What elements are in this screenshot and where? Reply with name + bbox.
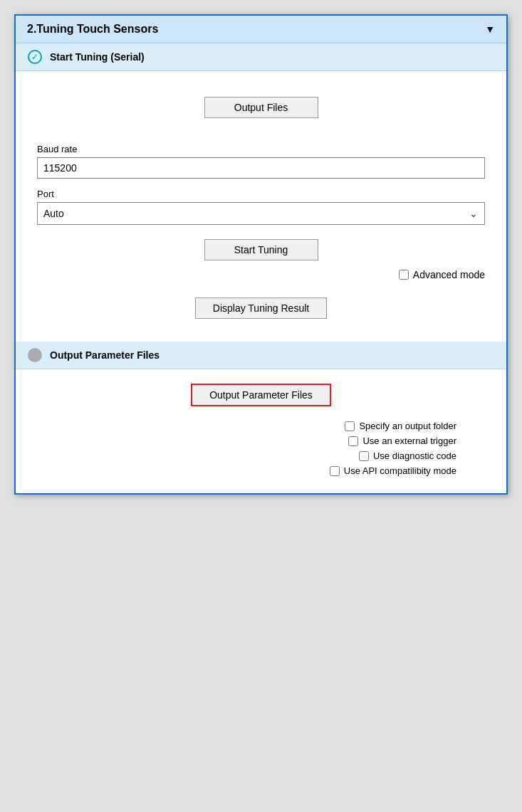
port-select-wrapper: Auto COM1 COM2 COM3 COM4 ⌄: [37, 202, 485, 225]
specify-output-folder-label: Specify an output folder: [359, 421, 456, 431]
output-param-content-area: Output Parameter Files Specify an output…: [16, 369, 506, 493]
api-compat-checkbox[interactable]: [330, 466, 340, 476]
output-param-subsection-title: Output Parameter Files: [50, 349, 160, 361]
main-section-header: 2.Tuning Touch Sensors ▼: [16, 16, 506, 43]
diagnostic-code-checkbox[interactable]: [359, 451, 369, 461]
output-parameter-files-button[interactable]: Output Parameter Files: [191, 384, 331, 406]
tuning-subsection-header: ✓ Start Tuning (Serial): [16, 43, 506, 71]
port-field-group: Port Auto COM1 COM2 COM3 COM4 ⌄: [37, 189, 485, 225]
start-tuning-button[interactable]: Start Tuning: [204, 239, 318, 260]
api-compat-label: Use API compatilibity mode: [344, 465, 456, 476]
port-select[interactable]: Auto COM1 COM2 COM3 COM4: [37, 202, 485, 225]
advanced-mode-checkbox[interactable]: [399, 270, 409, 280]
gray-circle-icon: [27, 347, 43, 363]
output-param-subsection-header: Output Parameter Files: [16, 342, 506, 369]
tuning-content-area: Output Files Baud rate Port Auto COM1 CO…: [16, 71, 506, 342]
checkbox-item-diagnostic-code[interactable]: Use diagnostic code: [359, 450, 456, 461]
dropdown-arrow-icon[interactable]: ▼: [485, 23, 495, 35]
output-files-button[interactable]: Output Files: [204, 97, 318, 118]
external-trigger-label: Use an external trigger: [362, 436, 456, 446]
check-circle-icon: ✓: [27, 49, 43, 65]
advanced-mode-text: Advanced mode: [413, 269, 485, 280]
baud-rate-input[interactable]: [37, 157, 485, 179]
baud-rate-label: Baud rate: [37, 144, 485, 154]
diagnostic-code-label: Use diagnostic code: [373, 450, 456, 461]
tuning-subsection-title: Start Tuning (Serial): [50, 51, 145, 63]
output-files-btn-row: Output Files: [37, 97, 485, 118]
checkbox-item-specify-output-folder[interactable]: Specify an output folder: [345, 421, 456, 431]
advanced-mode-label[interactable]: Advanced mode: [399, 269, 485, 280]
display-tuning-result-button[interactable]: Display Tuning Result: [195, 297, 327, 319]
port-label: Port: [37, 189, 485, 199]
display-result-btn-row: Display Tuning Result: [37, 297, 485, 319]
checkbox-item-api-compat[interactable]: Use API compatilibity mode: [330, 465, 456, 476]
advanced-mode-row: Advanced mode: [37, 269, 485, 280]
main-section-title: 2.Tuning Touch Sensors: [27, 23, 158, 36]
output-param-btn-row: Output Parameter Files: [37, 384, 485, 406]
baud-rate-field-group: Baud rate: [37, 144, 485, 189]
checkbox-options-list: Specify an output folder Use an external…: [37, 421, 485, 476]
specify-output-folder-checkbox[interactable]: [345, 421, 355, 431]
external-trigger-checkbox[interactable]: [348, 436, 358, 446]
start-tuning-btn-row: Start Tuning: [37, 239, 485, 260]
checkbox-item-external-trigger[interactable]: Use an external trigger: [348, 436, 456, 446]
app-container: 2.Tuning Touch Sensors ▼ ✓ Start Tuning …: [14, 14, 508, 495]
